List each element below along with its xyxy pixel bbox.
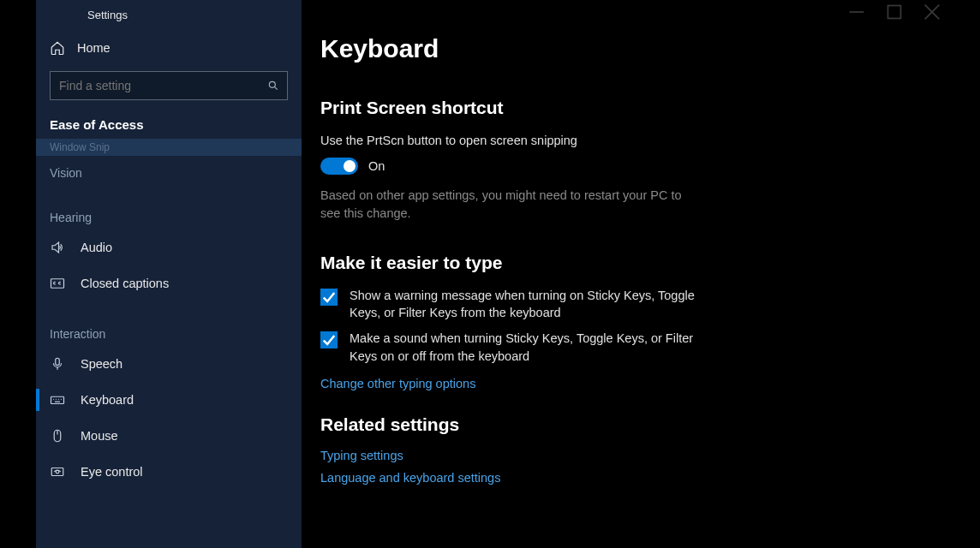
category-heading: Ease of Access bbox=[36, 109, 302, 139]
sound-checkbox-label: Make a sound when turning Sticky Keys, T… bbox=[350, 330, 697, 365]
main-content: Keyboard Print Screen shortcut Use the P… bbox=[302, 0, 947, 548]
sidebar-item-audio[interactable]: Audio bbox=[36, 229, 302, 265]
home-icon bbox=[50, 40, 65, 56]
sidebar-item-eye-control[interactable]: Eye control bbox=[36, 454, 302, 490]
home-nav[interactable]: Home bbox=[36, 32, 302, 64]
group-interaction: Interaction bbox=[36, 320, 302, 346]
eye-icon bbox=[50, 464, 65, 480]
nav-label: Keyboard bbox=[81, 393, 134, 407]
sidebar-item-closed-captions[interactable]: Closed captions bbox=[36, 265, 302, 301]
toggle-state-label: On bbox=[368, 159, 385, 173]
warning-checkbox-label: Show a warning message when turning on S… bbox=[350, 287, 697, 322]
search-input[interactable] bbox=[50, 71, 288, 100]
section-print-screen: Print Screen shortcut bbox=[320, 98, 947, 118]
svg-rect-16 bbox=[888, 6, 901, 19]
speaker-icon bbox=[50, 240, 65, 255]
svg-line-1 bbox=[274, 86, 277, 89]
nav-label: Audio bbox=[81, 241, 112, 254]
microphone-icon bbox=[50, 356, 65, 372]
sidebar-item-mouse[interactable]: Mouse bbox=[36, 418, 302, 454]
change-typing-link[interactable]: Change other typing options bbox=[320, 377, 947, 390]
sound-checkbox[interactable] bbox=[320, 331, 338, 348]
keyboard-icon bbox=[50, 392, 65, 408]
restart-note: Based on other app settings, you might n… bbox=[320, 187, 689, 222]
prtscn-toggle[interactable] bbox=[320, 158, 358, 175]
app-title: Settings bbox=[36, 5, 302, 32]
sidebar-item-speech[interactable]: Speech bbox=[36, 346, 302, 382]
language-keyboard-link[interactable]: Language and keyboard settings bbox=[320, 471, 947, 485]
nav-label: Closed captions bbox=[81, 277, 169, 290]
svg-point-0 bbox=[269, 81, 275, 87]
group-vision: Vision bbox=[36, 159, 302, 185]
svg-rect-3 bbox=[56, 358, 60, 365]
mouse-icon bbox=[50, 428, 65, 444]
nav-label: Mouse bbox=[81, 429, 118, 443]
search-icon bbox=[267, 80, 279, 92]
page-title: Keyboard bbox=[320, 34, 947, 63]
home-label: Home bbox=[77, 41, 111, 55]
minimize-button[interactable] bbox=[848, 3, 865, 21]
typing-settings-link[interactable]: Typing settings bbox=[320, 449, 947, 462]
section-easier-type: Make it easier to type bbox=[320, 253, 947, 273]
svg-rect-2 bbox=[51, 279, 64, 289]
sidebar: Settings Home Ease of Access Window Snip… bbox=[36, 0, 302, 548]
nav-label: Eye control bbox=[81, 465, 143, 479]
group-hearing: Hearing bbox=[36, 204, 302, 229]
maximize-button[interactable] bbox=[886, 3, 903, 21]
highlight-strip[interactable]: Window Snip bbox=[36, 139, 302, 156]
svg-rect-13 bbox=[51, 468, 63, 476]
svg-rect-5 bbox=[51, 396, 64, 403]
nav-label: Speech bbox=[81, 357, 122, 371]
warning-checkbox[interactable] bbox=[320, 289, 338, 306]
section-related: Related settings bbox=[320, 414, 947, 435]
sidebar-item-keyboard[interactable]: Keyboard bbox=[36, 382, 302, 418]
close-button[interactable] bbox=[923, 3, 941, 21]
cc-icon bbox=[50, 276, 65, 291]
prtscn-description: Use the PrtScn button to open screen sni… bbox=[320, 132, 714, 149]
